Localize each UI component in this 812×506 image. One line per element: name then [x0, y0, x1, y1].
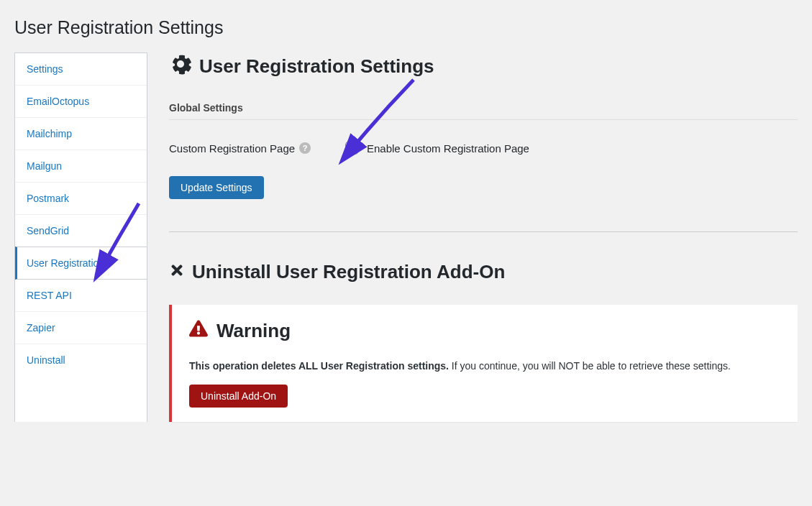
warning-bold: This operation deletes ALL User Registra… [189, 360, 449, 372]
sidebar-item-postmark[interactable]: Postmark [15, 183, 147, 215]
gears-icon [169, 52, 192, 80]
custom-reg-row: Custom Registration Page ? Enable Custom… [169, 142, 798, 155]
global-divider [169, 119, 798, 120]
layout-container: Settings EmailOctopus Mailchimp Mailgun … [0, 52, 812, 422]
sidebar-item-rest-api[interactable]: REST API [15, 280, 147, 312]
custom-reg-label-text: Custom Registration Page [169, 142, 295, 155]
enable-custom-reg-label: Enable Custom Registration Page [367, 142, 529, 155]
warning-title: Warning [189, 319, 780, 343]
warning-triangle-icon [189, 319, 208, 343]
enable-custom-reg-checkbox[interactable] [345, 142, 358, 155]
section-divider [169, 231, 798, 232]
uninstall-heading: Uninstall User Registration Add-On [169, 261, 798, 283]
main-content: User Registration Settings Global Settin… [147, 52, 798, 422]
custom-reg-label: Custom Registration Page ? [169, 142, 345, 155]
sidebar-item-emailoctopus[interactable]: EmailOctopus [15, 86, 147, 118]
sidebar-item-uninstall[interactable]: Uninstall [15, 344, 147, 376]
sidebar-item-zapier[interactable]: Zapier [15, 312, 147, 344]
global-settings-label: Global Settings [169, 102, 798, 114]
x-icon [169, 261, 185, 283]
warning-title-text: Warning [216, 320, 291, 342]
settings-heading-text: User Registration Settings [199, 55, 434, 78]
page-title: User Registration Settings [0, 0, 812, 52]
sidebar-item-settings[interactable]: Settings [15, 53, 147, 86]
sidebar: Settings EmailOctopus Mailchimp Mailgun … [14, 52, 147, 422]
warning-text: This operation deletes ALL User Registra… [189, 360, 780, 372]
warning-box: Warning This operation deletes ALL User … [169, 305, 798, 422]
sidebar-item-mailchimp[interactable]: Mailchimp [15, 118, 147, 150]
settings-heading: User Registration Settings [169, 52, 798, 80]
sidebar-item-sendgrid[interactable]: SendGrid [15, 215, 147, 247]
warning-rest: If you continue, you will NOT be able to… [449, 360, 731, 372]
uninstall-addon-button[interactable]: Uninstall Add-On [189, 385, 288, 408]
sidebar-item-mailgun[interactable]: Mailgun [15, 150, 147, 183]
sidebar-item-user-registration[interactable]: User Registration [15, 247, 147, 280]
uninstall-heading-text: Uninstall User Registration Add-On [192, 261, 505, 283]
help-icon[interactable]: ? [299, 142, 311, 154]
update-settings-button[interactable]: Update Settings [169, 176, 264, 199]
